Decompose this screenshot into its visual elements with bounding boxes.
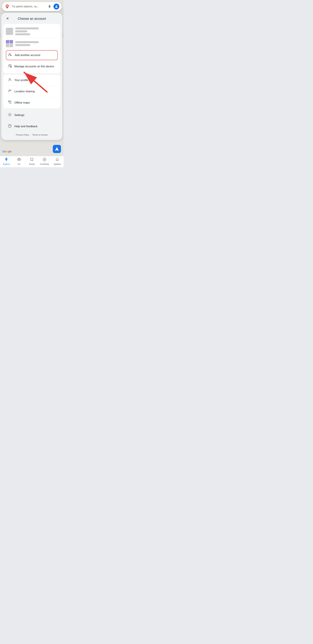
updates-icon — [55, 158, 59, 162]
profile-icon — [7, 78, 12, 83]
modal-footer: Privacy Policy · Terms of service — [1, 132, 62, 137]
navigation-button[interactable] — [53, 145, 61, 153]
svg-point-22 — [9, 114, 10, 115]
google-logo: Google — [2, 150, 11, 153]
your-profile-item[interactable]: Your profile — [6, 75, 58, 85]
account-info-2 — [15, 41, 58, 46]
sharing-offline-divider — [6, 97, 58, 97]
svg-point-28 — [19, 160, 20, 161]
nav-item-explore[interactable]: Explore — [1, 158, 11, 165]
mic-icon[interactable] — [47, 4, 52, 9]
svg-point-25 — [6, 158, 7, 159]
svg-point-9 — [9, 64, 10, 66]
saved-label: Saved — [29, 163, 34, 165]
account-name-blur-1 — [15, 28, 39, 30]
account-email-blur-2 — [15, 44, 30, 46]
manage-accounts-item[interactable]: Manage accounts on this device — [6, 62, 58, 71]
location-sharing-icon — [7, 89, 12, 94]
svg-point-6 — [9, 53, 10, 55]
nav-item-contribute[interactable]: Contribute — [40, 158, 49, 165]
manage-accounts-label: Manage accounts on this device — [14, 65, 54, 68]
footer-separator: · — [30, 134, 31, 136]
account-item-2[interactable] — [6, 38, 58, 49]
svg-point-1 — [6, 5, 8, 7]
bottom-navigation: Explore Go Saved — [0, 156, 64, 167]
contribute-label: Contribute — [40, 163, 49, 165]
add-manage-divider — [6, 61, 58, 61]
privacy-policy-link[interactable]: Privacy Policy — [16, 134, 29, 136]
explore-label: Explore — [3, 163, 10, 165]
add-another-account-button[interactable]: Add another account — [6, 50, 58, 60]
profile-sharing-divider — [6, 86, 58, 86]
help-feedback-label: Help and feedback — [14, 125, 37, 128]
search-bar[interactable]: Try petrol stations, ca... — [2, 2, 62, 11]
offline-maps-icon — [7, 100, 12, 105]
accounts-section: Add another account Manage accounts on t… — [3, 24, 60, 73]
svg-point-16 — [9, 78, 10, 80]
settings-item[interactable]: Settings — [6, 110, 58, 120]
svg-point-24 — [10, 126, 10, 127]
go-label: Go — [18, 163, 20, 165]
map-area-bottom: Google — [0, 140, 64, 155]
close-button[interactable]: ✕ — [4, 16, 10, 22]
nav-item-updates[interactable]: Updates — [52, 158, 62, 165]
go-icon — [17, 158, 21, 162]
account-item-1[interactable] — [6, 26, 58, 37]
manage-accounts-icon — [7, 64, 12, 69]
your-profile-label: Your profile — [14, 78, 28, 82]
svg-point-17 — [9, 90, 10, 91]
help-feedback-item[interactable]: Help and feedback — [6, 122, 58, 131]
account-divider — [6, 38, 58, 38]
settings-section: Settings Help and feedback — [1, 110, 62, 132]
settings-label: Settings — [14, 114, 24, 117]
profile-menu-section: Your profile Location sharing — [3, 75, 60, 108]
svg-point-5 — [56, 6, 57, 6]
account-name-blur-2 — [15, 41, 39, 43]
offline-maps-label: Offline maps — [14, 101, 30, 104]
terms-of-service-link[interactable]: Terms of service — [32, 134, 48, 136]
user-avatar[interactable] — [53, 4, 59, 10]
account-detail-blur-1 — [15, 33, 30, 35]
add-another-account-label: Add another account — [15, 54, 40, 57]
svg-rect-2 — [49, 5, 50, 7]
contribute-icon — [42, 158, 46, 162]
svg-point-21 — [10, 104, 10, 104]
svg-point-10 — [10, 64, 11, 66]
settings-icon — [7, 112, 12, 118]
location-sharing-item[interactable]: Location sharing — [6, 86, 58, 96]
account-info-1 — [15, 28, 58, 35]
modal-header: ✕ Choose an account — [1, 13, 62, 24]
maps-logo — [4, 4, 10, 10]
nav-item-saved[interactable]: Saved — [27, 158, 37, 165]
account-avatar-1 — [6, 28, 13, 35]
offline-maps-item[interactable]: Offline maps — [6, 98, 58, 108]
svg-rect-26 — [18, 159, 20, 160]
location-sharing-label: Location sharing — [14, 90, 35, 93]
account-avatar-2 — [6, 40, 13, 47]
search-input-text: Try petrol stations, ca... — [12, 5, 46, 8]
saved-icon — [30, 158, 34, 162]
updates-label: Updates — [54, 163, 61, 165]
svg-point-27 — [18, 160, 18, 161]
add-account-icon — [8, 52, 12, 58]
account-email-blur-1 — [15, 30, 27, 32]
account-chooser-modal: ✕ Choose an account — [1, 13, 62, 140]
help-icon — [7, 124, 12, 129]
account-divider-2 — [6, 50, 58, 50]
explore-icon — [4, 158, 8, 162]
modal-title: Choose an account — [10, 17, 53, 20]
nav-item-go[interactable]: Go — [14, 158, 24, 165]
